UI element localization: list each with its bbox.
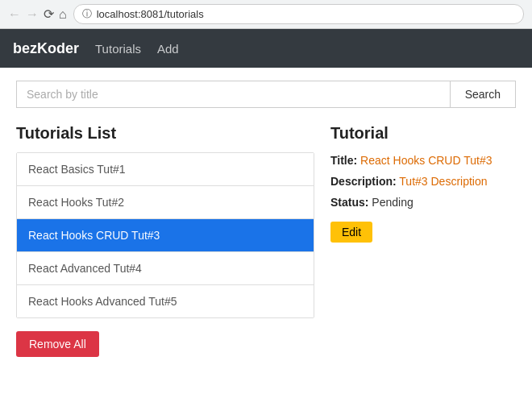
list-item[interactable]: React Hooks Tut#2 bbox=[17, 186, 314, 219]
list-title: Tutorials List bbox=[16, 124, 314, 143]
description-value: Tut#3 Description bbox=[399, 175, 487, 188]
detail-status-field: Status: Pending bbox=[330, 196, 516, 209]
navbar-link-add[interactable]: Add bbox=[157, 42, 179, 56]
forward-icon[interactable]: → bbox=[26, 7, 39, 22]
two-columns: Tutorials List React Basics Tut#1 React … bbox=[16, 124, 516, 357]
right-column: Tutorial Title: React Hooks CRUD Tut#3 D… bbox=[330, 124, 516, 357]
main-content: Search Tutorials List React Basics Tut#1… bbox=[0, 68, 532, 419]
remove-all-button[interactable]: Remove All bbox=[16, 331, 99, 357]
lock-icon: ⓘ bbox=[82, 7, 92, 21]
back-icon[interactable]: ← bbox=[8, 7, 21, 22]
status-value: Pending bbox=[372, 196, 413, 209]
search-input[interactable] bbox=[16, 81, 450, 108]
description-label: Description: bbox=[330, 175, 397, 188]
navbar: bezKoder Tutorials Add bbox=[0, 29, 532, 68]
title-label: Title: bbox=[330, 154, 357, 167]
address-bar[interactable]: ⓘ localhost:8081/tutorials bbox=[73, 4, 524, 24]
detail-title: Tutorial bbox=[330, 124, 516, 143]
detail-title-field: Title: React Hooks CRUD Tut#3 bbox=[330, 154, 516, 167]
list-item[interactable]: React Advanced Tut#4 bbox=[17, 252, 314, 285]
list-item[interactable]: React Basics Tut#1 bbox=[17, 153, 314, 186]
search-row: Search bbox=[16, 81, 516, 108]
tutorial-list: React Basics Tut#1 React Hooks Tut#2 Rea… bbox=[16, 152, 314, 318]
search-button[interactable]: Search bbox=[450, 81, 516, 108]
title-value: React Hooks CRUD Tut#3 bbox=[360, 154, 492, 167]
left-column: Tutorials List React Basics Tut#1 React … bbox=[16, 124, 314, 357]
reload-icon[interactable]: ⟳ bbox=[44, 6, 54, 22]
edit-button[interactable]: Edit bbox=[330, 222, 372, 243]
status-label: Status: bbox=[330, 196, 368, 209]
navbar-brand: bezKoder bbox=[13, 40, 79, 57]
detail-description-field: Description: Tut#3 Description bbox=[330, 175, 516, 188]
list-item-active[interactable]: React Hooks CRUD Tut#3 bbox=[17, 219, 314, 252]
navbar-link-tutorials[interactable]: Tutorials bbox=[95, 42, 141, 56]
url-text: localhost:8081/tutorials bbox=[97, 8, 204, 20]
nav-icons: ← → ⟳ ⌂ bbox=[8, 6, 67, 22]
browser-chrome: ← → ⟳ ⌂ ⓘ localhost:8081/tutorials bbox=[0, 0, 532, 29]
list-item[interactable]: React Hooks Advanced Tut#5 bbox=[17, 285, 314, 317]
home-icon[interactable]: ⌂ bbox=[59, 7, 67, 22]
